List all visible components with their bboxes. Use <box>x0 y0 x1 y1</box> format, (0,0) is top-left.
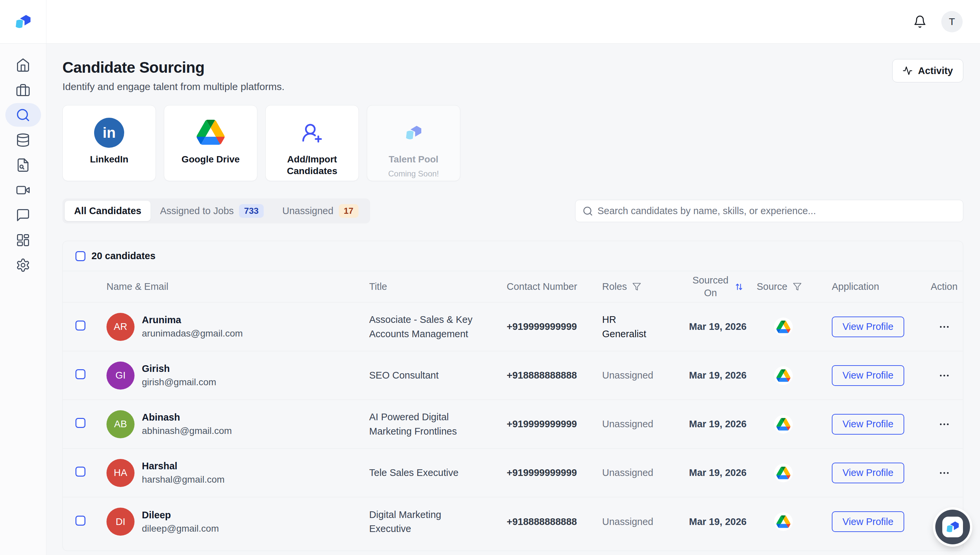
candidate-title: Digital Marketing Executive <box>369 508 507 536</box>
candidate-name: Abinash <box>142 412 232 423</box>
col-application: Application <box>832 281 925 292</box>
sidebar-item-apps[interactable] <box>5 228 41 252</box>
tab-assigned-to-jobs[interactable]: Assigned to Jobs 733 <box>151 201 273 221</box>
row-actions-button[interactable] <box>938 467 950 479</box>
talent-pool-card-label: Talent Pool <box>380 153 447 165</box>
table-row: HA Harshal harshal@gmail.com Tele Sales … <box>63 449 963 497</box>
view-profile-button[interactable]: View Profile <box>832 414 904 435</box>
sidebar-item-database[interactable] <box>5 128 41 152</box>
candidate-email: dileep@gmail.com <box>142 523 219 534</box>
row-checkbox[interactable] <box>76 516 85 526</box>
tab-all-candidates[interactable]: All Candidates <box>65 201 151 221</box>
search-box <box>575 200 963 222</box>
candidate-sourced-on: Mar 19, 2026 <box>679 370 757 381</box>
talent-pool-card: Talent Pool Coming Soon! <box>367 105 460 181</box>
col-contact: Contact Number <box>507 281 602 292</box>
unassigned-count-badge: 17 <box>339 204 359 218</box>
candidate-name: Girish <box>142 363 216 374</box>
view-profile-button[interactable]: View Profile <box>832 365 904 386</box>
candidate-title: Tele Sales Executive <box>369 466 507 480</box>
sidebar <box>0 44 47 555</box>
linkedin-card-label: LinkedIn <box>76 153 143 165</box>
candidate-tabs: All Candidates Assigned to Jobs 733 Unas… <box>63 199 370 223</box>
ellipsis-icon <box>938 321 950 333</box>
sidebar-item-resume-search[interactable] <box>5 153 41 177</box>
candidate-contact: +918888888888 <box>507 516 602 527</box>
col-name-email: Name & Email <box>95 281 369 292</box>
ellipsis-icon <box>938 467 950 479</box>
app-logo[interactable] <box>0 0 47 44</box>
search-input[interactable] <box>575 200 963 222</box>
candidate-avatar: AB <box>106 410 135 438</box>
row-checkbox[interactable] <box>76 467 85 476</box>
assistant-fab[interactable] <box>935 510 970 544</box>
add-import-candidates-card[interactable]: Add/Import Candidates <box>266 105 359 181</box>
table-row: GI Girish girish@gmail.com SEO Consultan… <box>63 351 963 400</box>
row-checkbox[interactable] <box>76 321 85 330</box>
sidebar-item-candidate-search[interactable] <box>5 103 41 127</box>
row-checkbox[interactable] <box>76 369 85 379</box>
ellipsis-icon <box>938 418 950 430</box>
view-profile-button[interactable]: View Profile <box>832 316 904 337</box>
table-header-row: Name & Email Title Contact Number Roles … <box>63 271 963 303</box>
row-actions-button[interactable] <box>938 370 950 382</box>
file-search-icon <box>16 158 31 172</box>
chat-icon <box>16 208 31 223</box>
google-drive-icon <box>774 464 793 482</box>
sidebar-item-interviews[interactable] <box>5 178 41 202</box>
ellipsis-icon <box>938 370 950 382</box>
main-content: Candidate Sourcing Identify and engage t… <box>47 44 980 555</box>
assigned-count-badge: 733 <box>239 204 263 218</box>
candidate-name: Harshal <box>142 460 225 472</box>
user-plus-icon <box>301 122 323 143</box>
candidate-contact: +919999999999 <box>507 321 602 332</box>
table-body: AR Arunima arunimadas@gmail.com Associat… <box>63 303 963 546</box>
candidate-roles: Unassigned <box>602 368 679 382</box>
video-icon <box>16 183 31 197</box>
sidebar-item-jobs[interactable] <box>5 78 41 102</box>
candidate-sourced-on: Mar 19, 2026 <box>679 321 757 332</box>
linkedin-card[interactable]: in LinkedIn <box>63 105 156 181</box>
col-roles: Roles <box>602 281 679 292</box>
col-title: Title <box>369 281 507 292</box>
candidate-title: SEO Consultant <box>369 368 507 382</box>
page-title: Candidate Sourcing <box>63 58 285 76</box>
candidate-title: Associate - Sales & Key Accounts Managem… <box>369 313 507 340</box>
tab-unassigned[interactable]: Unassigned 17 <box>273 201 368 221</box>
row-actions-button[interactable] <box>938 418 950 430</box>
row-actions-button[interactable] <box>938 321 950 333</box>
notifications-bell-icon[interactable] <box>913 15 927 28</box>
candidate-contact: +919999999999 <box>507 467 602 478</box>
col-source: Source <box>757 281 832 292</box>
database-icon <box>16 133 31 148</box>
sidebar-item-messages[interactable] <box>5 203 41 227</box>
activity-pulse-icon <box>903 66 912 76</box>
google-drive-card[interactable]: Google Drive <box>164 105 257 181</box>
sidebar-item-home[interactable] <box>5 53 41 77</box>
col-action: Action <box>925 281 963 292</box>
candidate-sourced-on: Mar 19, 2026 <box>679 516 757 527</box>
filter-icon[interactable] <box>632 282 641 291</box>
candidate-email: harshal@gmail.com <box>142 474 225 485</box>
page-subtitle: Identify and engage talent from multiple… <box>63 81 285 92</box>
candidate-avatar: HA <box>106 459 135 487</box>
candidate-roles: Unassigned <box>602 515 679 529</box>
view-profile-button[interactable]: View Profile <box>832 463 904 483</box>
candidate-email: girish@gmail.com <box>142 377 216 388</box>
candidate-name: Arunima <box>142 314 243 326</box>
home-icon <box>16 58 31 72</box>
selection-summary: 20 candidates <box>92 250 156 261</box>
view-profile-button[interactable]: View Profile <box>832 511 904 532</box>
row-checkbox[interactable] <box>76 418 85 428</box>
google-drive-icon <box>774 318 793 336</box>
activity-button[interactable]: Activity <box>892 59 963 82</box>
select-all-checkbox[interactable] <box>76 251 85 261</box>
gear-icon <box>16 258 31 273</box>
filter-icon[interactable] <box>793 282 802 291</box>
col-sourced-on: Sourced On <box>679 274 757 299</box>
sidebar-item-settings[interactable] <box>5 253 41 277</box>
sort-icon[interactable] <box>734 282 744 292</box>
google-drive-icon <box>196 120 225 146</box>
app-logo-icon <box>942 517 963 537</box>
user-avatar[interactable]: T <box>941 11 963 32</box>
